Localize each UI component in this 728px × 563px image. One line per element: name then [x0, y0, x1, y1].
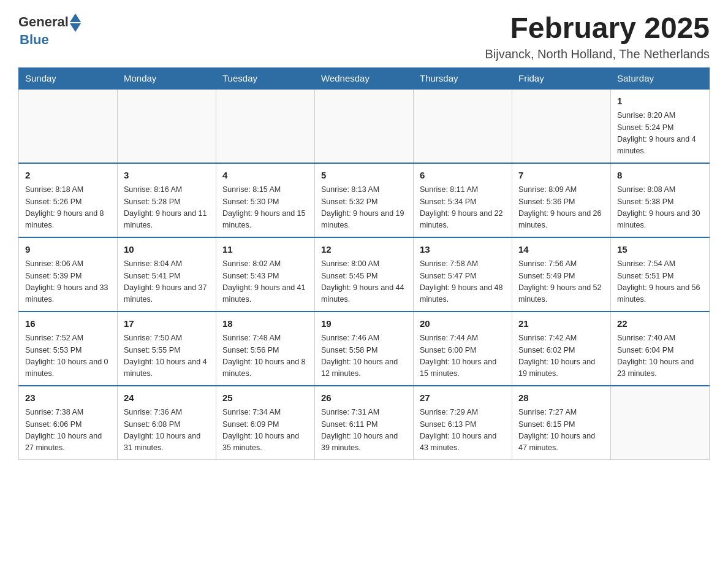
- day-number: 13: [420, 243, 506, 257]
- day-number: 4: [222, 169, 308, 183]
- calendar-week-row: 1Sunrise: 8:20 AMSunset: 5:24 PMDaylight…: [19, 89, 710, 163]
- day-info: Sunrise: 8:16 AMSunset: 5:28 PMDaylight:…: [124, 184, 210, 232]
- header-tuesday: Tuesday: [216, 67, 315, 89]
- day-number: 19: [321, 317, 407, 331]
- day-number: 15: [617, 243, 703, 257]
- table-row: 16Sunrise: 7:52 AMSunset: 5:53 PMDayligh…: [19, 312, 118, 386]
- header-monday: Monday: [118, 67, 216, 89]
- day-number: 26: [321, 391, 407, 405]
- table-row: 2Sunrise: 8:18 AMSunset: 5:26 PMDaylight…: [19, 163, 118, 237]
- day-number: 10: [124, 243, 210, 257]
- header-saturday: Saturday: [611, 67, 710, 89]
- table-row: 21Sunrise: 7:42 AMSunset: 6:02 PMDayligh…: [512, 312, 611, 386]
- table-row: 7Sunrise: 8:09 AMSunset: 5:36 PMDaylight…: [512, 163, 611, 237]
- day-info: Sunrise: 7:36 AMSunset: 6:08 PMDaylight:…: [124, 407, 210, 454]
- day-number: 20: [420, 317, 506, 331]
- table-row: 11Sunrise: 8:02 AMSunset: 5:43 PMDayligh…: [216, 237, 315, 312]
- table-row: 1Sunrise: 8:20 AMSunset: 5:24 PMDaylight…: [611, 89, 710, 163]
- table-row: 18Sunrise: 7:48 AMSunset: 5:56 PMDayligh…: [216, 312, 315, 386]
- day-number: 9: [25, 243, 111, 257]
- table-row: 15Sunrise: 7:54 AMSunset: 5:51 PMDayligh…: [611, 237, 710, 312]
- title-section: February 2025 Bijvanck, North Holland, T…: [485, 12, 710, 61]
- table-row: 10Sunrise: 8:04 AMSunset: 5:41 PMDayligh…: [118, 237, 216, 312]
- day-info: Sunrise: 8:15 AMSunset: 5:30 PMDaylight:…: [222, 184, 308, 232]
- day-number: 18: [222, 317, 308, 331]
- table-row: [414, 89, 512, 163]
- logo-triangle-up: [70, 13, 81, 22]
- calendar-week-row: 2Sunrise: 8:18 AMSunset: 5:26 PMDaylight…: [19, 163, 710, 237]
- day-info: Sunrise: 8:09 AMSunset: 5:36 PMDaylight:…: [518, 184, 604, 232]
- table-row: 22Sunrise: 7:40 AMSunset: 6:04 PMDayligh…: [611, 312, 710, 386]
- page-header: General Blue February 2025 Bijvanck, Nor…: [18, 12, 710, 61]
- header-friday: Friday: [512, 67, 611, 89]
- location-subtitle: Bijvanck, North Holland, The Netherlands: [485, 47, 710, 61]
- day-number: 22: [617, 317, 703, 331]
- day-number: 8: [617, 169, 703, 183]
- day-info: Sunrise: 7:38 AMSunset: 6:06 PMDaylight:…: [25, 407, 111, 454]
- day-info: Sunrise: 8:13 AMSunset: 5:32 PMDaylight:…: [321, 184, 407, 232]
- table-row: [19, 89, 118, 163]
- table-row: 19Sunrise: 7:46 AMSunset: 5:58 PMDayligh…: [315, 312, 414, 386]
- table-row: 23Sunrise: 7:38 AMSunset: 6:06 PMDayligh…: [19, 386, 118, 460]
- header-thursday: Thursday: [414, 67, 512, 89]
- day-number: 27: [420, 391, 506, 405]
- day-number: 16: [25, 317, 111, 331]
- header-wednesday: Wednesday: [315, 67, 414, 89]
- day-number: 14: [518, 243, 604, 257]
- day-info: Sunrise: 7:46 AMSunset: 5:58 PMDaylight:…: [321, 332, 407, 380]
- table-row: 17Sunrise: 7:50 AMSunset: 5:55 PMDayligh…: [118, 312, 216, 386]
- day-number: 2: [25, 169, 111, 183]
- day-info: Sunrise: 7:54 AMSunset: 5:51 PMDaylight:…: [617, 258, 703, 306]
- day-info: Sunrise: 8:20 AMSunset: 5:24 PMDaylight:…: [617, 110, 703, 158]
- table-row: 27Sunrise: 7:29 AMSunset: 6:13 PMDayligh…: [414, 386, 512, 460]
- day-info: Sunrise: 8:06 AMSunset: 5:39 PMDaylight:…: [25, 258, 111, 306]
- calendar-week-row: 9Sunrise: 8:06 AMSunset: 5:39 PMDaylight…: [19, 237, 710, 312]
- table-row: [611, 386, 710, 460]
- day-info: Sunrise: 7:29 AMSunset: 6:13 PMDaylight:…: [420, 407, 506, 454]
- logo-triangle-down: [70, 23, 81, 32]
- logo-general-text: General: [18, 14, 69, 30]
- day-number: 5: [321, 169, 407, 183]
- day-info: Sunrise: 8:18 AMSunset: 5:26 PMDaylight:…: [25, 184, 111, 232]
- day-info: Sunrise: 7:34 AMSunset: 6:09 PMDaylight:…: [222, 407, 308, 454]
- weekday-header-row: Sunday Monday Tuesday Wednesday Thursday…: [19, 67, 710, 89]
- day-number: 23: [25, 391, 111, 405]
- calendar-week-row: 23Sunrise: 7:38 AMSunset: 6:06 PMDayligh…: [19, 386, 710, 460]
- table-row: 6Sunrise: 8:11 AMSunset: 5:34 PMDaylight…: [414, 163, 512, 237]
- table-row: 4Sunrise: 8:15 AMSunset: 5:30 PMDaylight…: [216, 163, 315, 237]
- logo: General Blue: [18, 12, 81, 48]
- day-info: Sunrise: 8:04 AMSunset: 5:41 PMDaylight:…: [124, 258, 210, 306]
- table-row: 26Sunrise: 7:31 AMSunset: 6:11 PMDayligh…: [315, 386, 414, 460]
- day-info: Sunrise: 7:31 AMSunset: 6:11 PMDaylight:…: [321, 407, 407, 454]
- table-row: [512, 89, 611, 163]
- day-info: Sunrise: 8:00 AMSunset: 5:45 PMDaylight:…: [321, 258, 407, 306]
- day-info: Sunrise: 7:52 AMSunset: 5:53 PMDaylight:…: [25, 332, 111, 380]
- day-number: 25: [222, 391, 308, 405]
- table-row: 24Sunrise: 7:36 AMSunset: 6:08 PMDayligh…: [118, 386, 216, 460]
- logo-blue-text: Blue: [20, 32, 49, 48]
- day-info: Sunrise: 8:02 AMSunset: 5:43 PMDaylight:…: [222, 258, 308, 306]
- day-number: 7: [518, 169, 604, 183]
- day-info: Sunrise: 8:08 AMSunset: 5:38 PMDaylight:…: [617, 184, 703, 232]
- day-number: 1: [617, 94, 703, 109]
- table-row: [118, 89, 216, 163]
- day-number: 17: [124, 317, 210, 331]
- header-sunday: Sunday: [19, 67, 118, 89]
- day-number: 6: [420, 169, 506, 183]
- table-row: [315, 89, 414, 163]
- month-title: February 2025: [485, 12, 710, 45]
- table-row: 28Sunrise: 7:27 AMSunset: 6:15 PMDayligh…: [512, 386, 611, 460]
- day-info: Sunrise: 8:11 AMSunset: 5:34 PMDaylight:…: [420, 184, 506, 232]
- table-row: 25Sunrise: 7:34 AMSunset: 6:09 PMDayligh…: [216, 386, 315, 460]
- day-info: Sunrise: 7:58 AMSunset: 5:47 PMDaylight:…: [420, 258, 506, 306]
- day-info: Sunrise: 7:44 AMSunset: 6:00 PMDaylight:…: [420, 332, 506, 380]
- day-number: 28: [518, 391, 604, 405]
- day-number: 21: [518, 317, 604, 331]
- table-row: 20Sunrise: 7:44 AMSunset: 6:00 PMDayligh…: [414, 312, 512, 386]
- day-info: Sunrise: 7:56 AMSunset: 5:49 PMDaylight:…: [518, 258, 604, 306]
- day-info: Sunrise: 7:48 AMSunset: 5:56 PMDaylight:…: [222, 332, 308, 380]
- day-info: Sunrise: 7:42 AMSunset: 6:02 PMDaylight:…: [518, 332, 604, 380]
- table-row: 14Sunrise: 7:56 AMSunset: 5:49 PMDayligh…: [512, 237, 611, 312]
- day-number: 12: [321, 243, 407, 257]
- table-row: 8Sunrise: 8:08 AMSunset: 5:38 PMDaylight…: [611, 163, 710, 237]
